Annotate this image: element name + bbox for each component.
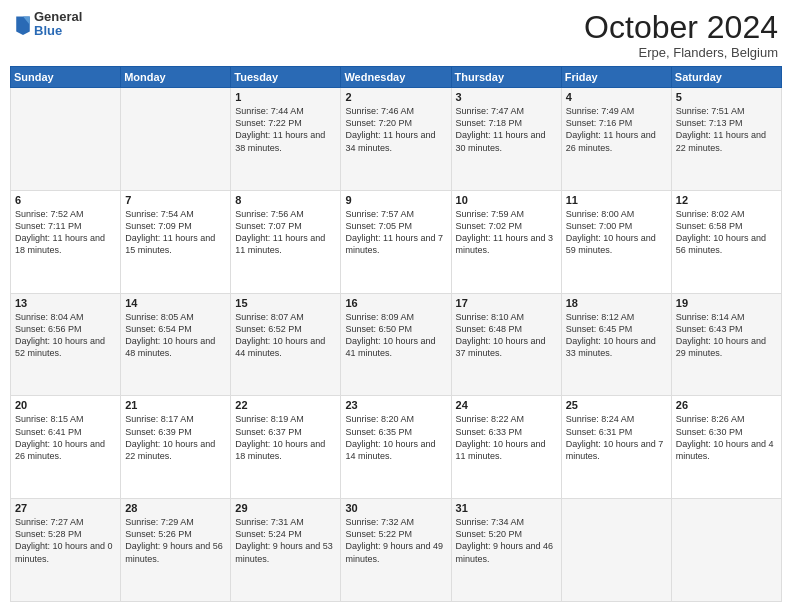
- cell-w4-d5: 24Sunrise: 8:22 AM Sunset: 6:33 PM Dayli…: [451, 396, 561, 499]
- day-number: 21: [125, 399, 226, 411]
- day-info: Sunrise: 8:19 AM Sunset: 6:37 PM Dayligh…: [235, 413, 336, 462]
- day-info: Sunrise: 7:51 AM Sunset: 7:13 PM Dayligh…: [676, 105, 777, 154]
- day-info: Sunrise: 7:54 AM Sunset: 7:09 PM Dayligh…: [125, 208, 226, 257]
- logo-general-text: General: [34, 10, 82, 24]
- day-number: 17: [456, 297, 557, 309]
- col-sunday: Sunday: [11, 67, 121, 88]
- day-info: Sunrise: 8:26 AM Sunset: 6:30 PM Dayligh…: [676, 413, 777, 462]
- day-number: 28: [125, 502, 226, 514]
- cell-w2-d1: 6Sunrise: 7:52 AM Sunset: 7:11 PM Daylig…: [11, 190, 121, 293]
- col-monday: Monday: [121, 67, 231, 88]
- day-number: 14: [125, 297, 226, 309]
- title-block: October 2024 Erpe, Flanders, Belgium: [584, 10, 778, 60]
- week-row-3: 13Sunrise: 8:04 AM Sunset: 6:56 PM Dayli…: [11, 293, 782, 396]
- cell-w4-d2: 21Sunrise: 8:17 AM Sunset: 6:39 PM Dayli…: [121, 396, 231, 499]
- week-row-4: 20Sunrise: 8:15 AM Sunset: 6:41 PM Dayli…: [11, 396, 782, 499]
- day-number: 27: [15, 502, 116, 514]
- header: General Blue October 2024 Erpe, Flanders…: [10, 10, 782, 60]
- day-info: Sunrise: 7:31 AM Sunset: 5:24 PM Dayligh…: [235, 516, 336, 565]
- cell-w2-d7: 12Sunrise: 8:02 AM Sunset: 6:58 PM Dayli…: [671, 190, 781, 293]
- col-wednesday: Wednesday: [341, 67, 451, 88]
- day-info: Sunrise: 8:04 AM Sunset: 6:56 PM Dayligh…: [15, 311, 116, 360]
- day-info: Sunrise: 7:47 AM Sunset: 7:18 PM Dayligh…: [456, 105, 557, 154]
- day-info: Sunrise: 8:24 AM Sunset: 6:31 PM Dayligh…: [566, 413, 667, 462]
- day-number: 31: [456, 502, 557, 514]
- day-info: Sunrise: 7:46 AM Sunset: 7:20 PM Dayligh…: [345, 105, 446, 154]
- day-number: 5: [676, 91, 777, 103]
- cell-w3-d6: 18Sunrise: 8:12 AM Sunset: 6:45 PM Dayli…: [561, 293, 671, 396]
- cell-w1-d2: [121, 88, 231, 191]
- day-number: 10: [456, 194, 557, 206]
- day-info: Sunrise: 7:29 AM Sunset: 5:26 PM Dayligh…: [125, 516, 226, 565]
- day-info: Sunrise: 8:07 AM Sunset: 6:52 PM Dayligh…: [235, 311, 336, 360]
- cell-w1-d6: 4Sunrise: 7:49 AM Sunset: 7:16 PM Daylig…: [561, 88, 671, 191]
- logo-text: General Blue: [34, 10, 82, 39]
- col-thursday: Thursday: [451, 67, 561, 88]
- cell-w3-d3: 15Sunrise: 8:07 AM Sunset: 6:52 PM Dayli…: [231, 293, 341, 396]
- col-friday: Friday: [561, 67, 671, 88]
- cell-w2-d2: 7Sunrise: 7:54 AM Sunset: 7:09 PM Daylig…: [121, 190, 231, 293]
- day-number: 2: [345, 91, 446, 103]
- week-row-5: 27Sunrise: 7:27 AM Sunset: 5:28 PM Dayli…: [11, 499, 782, 602]
- cell-w4-d7: 26Sunrise: 8:26 AM Sunset: 6:30 PM Dayli…: [671, 396, 781, 499]
- day-info: Sunrise: 7:34 AM Sunset: 5:20 PM Dayligh…: [456, 516, 557, 565]
- day-info: Sunrise: 8:00 AM Sunset: 7:00 PM Dayligh…: [566, 208, 667, 257]
- day-info: Sunrise: 7:56 AM Sunset: 7:07 PM Dayligh…: [235, 208, 336, 257]
- day-number: 13: [15, 297, 116, 309]
- cell-w1-d3: 1Sunrise: 7:44 AM Sunset: 7:22 PM Daylig…: [231, 88, 341, 191]
- calendar-table: Sunday Monday Tuesday Wednesday Thursday…: [10, 66, 782, 602]
- cell-w4-d6: 25Sunrise: 8:24 AM Sunset: 6:31 PM Dayli…: [561, 396, 671, 499]
- page: General Blue October 2024 Erpe, Flanders…: [0, 0, 792, 612]
- cell-w5-d6: [561, 499, 671, 602]
- col-tuesday: Tuesday: [231, 67, 341, 88]
- day-info: Sunrise: 8:10 AM Sunset: 6:48 PM Dayligh…: [456, 311, 557, 360]
- day-number: 6: [15, 194, 116, 206]
- day-number: 20: [15, 399, 116, 411]
- day-number: 26: [676, 399, 777, 411]
- day-number: 25: [566, 399, 667, 411]
- cell-w1-d5: 3Sunrise: 7:47 AM Sunset: 7:18 PM Daylig…: [451, 88, 561, 191]
- cell-w3-d7: 19Sunrise: 8:14 AM Sunset: 6:43 PM Dayli…: [671, 293, 781, 396]
- day-info: Sunrise: 7:27 AM Sunset: 5:28 PM Dayligh…: [15, 516, 116, 565]
- day-number: 19: [676, 297, 777, 309]
- cell-w5-d3: 29Sunrise: 7:31 AM Sunset: 5:24 PM Dayli…: [231, 499, 341, 602]
- day-number: 12: [676, 194, 777, 206]
- cell-w2-d3: 8Sunrise: 7:56 AM Sunset: 7:07 PM Daylig…: [231, 190, 341, 293]
- day-info: Sunrise: 8:09 AM Sunset: 6:50 PM Dayligh…: [345, 311, 446, 360]
- day-info: Sunrise: 8:02 AM Sunset: 6:58 PM Dayligh…: [676, 208, 777, 257]
- day-number: 30: [345, 502, 446, 514]
- col-saturday: Saturday: [671, 67, 781, 88]
- day-number: 8: [235, 194, 336, 206]
- cell-w3-d4: 16Sunrise: 8:09 AM Sunset: 6:50 PM Dayli…: [341, 293, 451, 396]
- logo: General Blue: [14, 10, 82, 39]
- header-row: Sunday Monday Tuesday Wednesday Thursday…: [11, 67, 782, 88]
- day-info: Sunrise: 8:17 AM Sunset: 6:39 PM Dayligh…: [125, 413, 226, 462]
- day-number: 15: [235, 297, 336, 309]
- day-number: 18: [566, 297, 667, 309]
- day-info: Sunrise: 8:20 AM Sunset: 6:35 PM Dayligh…: [345, 413, 446, 462]
- cell-w5-d1: 27Sunrise: 7:27 AM Sunset: 5:28 PM Dayli…: [11, 499, 121, 602]
- day-info: Sunrise: 7:44 AM Sunset: 7:22 PM Dayligh…: [235, 105, 336, 154]
- day-info: Sunrise: 8:12 AM Sunset: 6:45 PM Dayligh…: [566, 311, 667, 360]
- cell-w3-d5: 17Sunrise: 8:10 AM Sunset: 6:48 PM Dayli…: [451, 293, 561, 396]
- day-info: Sunrise: 7:49 AM Sunset: 7:16 PM Dayligh…: [566, 105, 667, 154]
- week-row-1: 1Sunrise: 7:44 AM Sunset: 7:22 PM Daylig…: [11, 88, 782, 191]
- logo-blue-text: Blue: [34, 24, 82, 38]
- cell-w1-d7: 5Sunrise: 7:51 AM Sunset: 7:13 PM Daylig…: [671, 88, 781, 191]
- day-number: 16: [345, 297, 446, 309]
- day-info: Sunrise: 7:32 AM Sunset: 5:22 PM Dayligh…: [345, 516, 446, 565]
- cell-w5-d5: 31Sunrise: 7:34 AM Sunset: 5:20 PM Dayli…: [451, 499, 561, 602]
- cell-w2-d5: 10Sunrise: 7:59 AM Sunset: 7:02 PM Dayli…: [451, 190, 561, 293]
- day-info: Sunrise: 8:14 AM Sunset: 6:43 PM Dayligh…: [676, 311, 777, 360]
- cell-w5-d2: 28Sunrise: 7:29 AM Sunset: 5:26 PM Dayli…: [121, 499, 231, 602]
- day-info: Sunrise: 7:52 AM Sunset: 7:11 PM Dayligh…: [15, 208, 116, 257]
- day-info: Sunrise: 8:05 AM Sunset: 6:54 PM Dayligh…: [125, 311, 226, 360]
- day-info: Sunrise: 7:57 AM Sunset: 7:05 PM Dayligh…: [345, 208, 446, 257]
- cell-w5-d4: 30Sunrise: 7:32 AM Sunset: 5:22 PM Dayli…: [341, 499, 451, 602]
- day-number: 1: [235, 91, 336, 103]
- cell-w2-d4: 9Sunrise: 7:57 AM Sunset: 7:05 PM Daylig…: [341, 190, 451, 293]
- week-row-2: 6Sunrise: 7:52 AM Sunset: 7:11 PM Daylig…: [11, 190, 782, 293]
- calendar-title: October 2024: [584, 10, 778, 45]
- logo-icon: [14, 13, 32, 35]
- day-number: 22: [235, 399, 336, 411]
